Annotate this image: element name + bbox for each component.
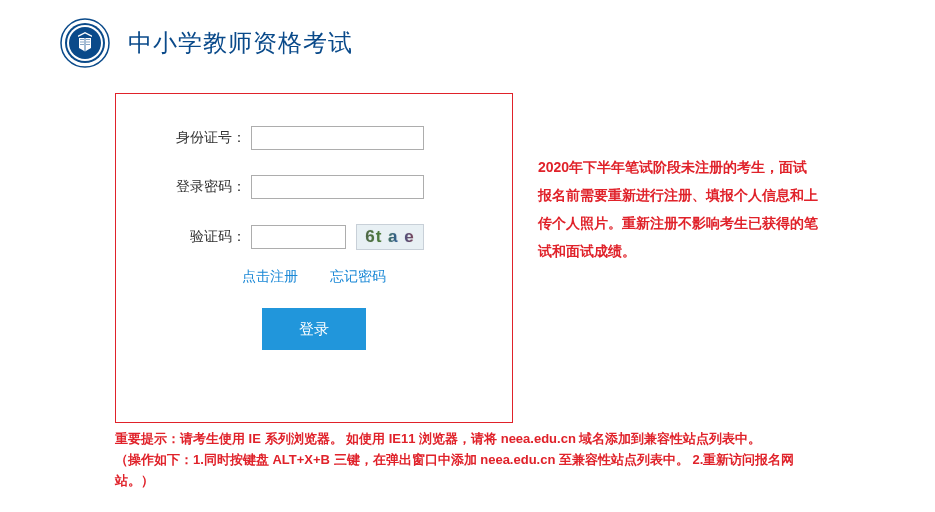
id-input[interactable] — [251, 126, 424, 150]
side-notice: 2020年下半年笔试阶段未注册的考生，面试报名前需要重新进行注册、填报个人信息和… — [538, 153, 818, 265]
site-logo-icon — [60, 18, 110, 68]
bottom-notice: 重要提示：请考生使用 IE 系列浏览器。 如使用 IE11 浏览器，请将 nee… — [115, 423, 820, 491]
page-header: 中小学教师资格考试 — [0, 0, 935, 93]
id-label: 身份证号： — [151, 129, 251, 147]
register-link[interactable]: 点击注册 — [242, 268, 298, 284]
login-form: 身份证号： 登录密码： 验证码： 6t a e 点击注册 忘记密码 登录 — [115, 93, 513, 423]
bottom-notice-line1: 重要提示：请考生使用 IE 系列浏览器。 如使用 IE11 浏览器，请将 nee… — [115, 429, 820, 450]
login-button[interactable]: 登录 — [262, 308, 366, 350]
captcha-text: 6t a e — [365, 227, 414, 247]
password-label: 登录密码： — [151, 178, 251, 196]
page-title: 中小学教师资格考试 — [128, 27, 353, 59]
captcha-image[interactable]: 6t a e — [356, 224, 424, 250]
forgot-password-link[interactable]: 忘记密码 — [330, 268, 386, 284]
bottom-notice-line2: （操作如下：1.同时按键盘 ALT+X+B 三键，在弹出窗口中添加 neea.e… — [115, 450, 820, 492]
captcha-label: 验证码： — [151, 228, 251, 246]
password-input[interactable] — [251, 175, 424, 199]
captcha-input[interactable] — [251, 225, 346, 249]
